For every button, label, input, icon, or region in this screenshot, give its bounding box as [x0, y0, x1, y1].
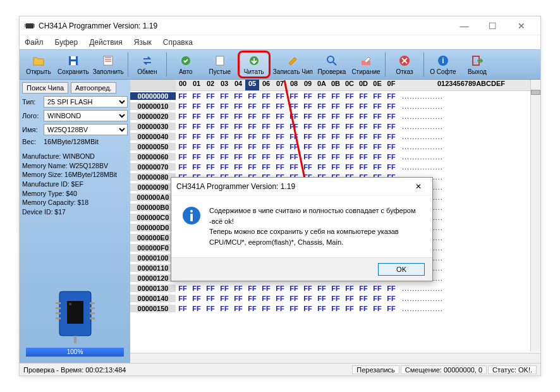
status-offset: Смещение: 00000000, 0: [401, 365, 487, 374]
info-icon: [181, 205, 202, 226]
chip-diagram: 100%: [22, 285, 128, 360]
read-icon: [248, 54, 260, 67]
maximize-button[interactable]: ☐: [478, 17, 507, 35]
progress-bar: 100%: [26, 348, 124, 357]
chip-icon: [53, 288, 97, 345]
app-icon: [25, 21, 35, 31]
logo-select[interactable]: WINBOND: [44, 110, 128, 121]
svg-rect-5: [33, 25, 35, 26]
chip-info: Manufacture: WINBONDMemory Name: W25Q128…: [22, 152, 128, 217]
tool-erase-button[interactable]: Стирание: [350, 51, 382, 78]
svg-point-33: [190, 210, 193, 212]
statusbar: Проверка - Время: 00:02:13:484 Перезапис…: [20, 363, 540, 376]
tool-blank-button[interactable]: Пустые: [204, 51, 236, 78]
svg-rect-2: [25, 25, 26, 26]
hex-header: 000102030405060708090A0B0C0D0E0F 0123456…: [130, 80, 540, 91]
status-time: Проверка - Время: 00:02:13:484: [23, 366, 352, 374]
window-title: CH341A Programmer Version: 1.19: [39, 21, 450, 30]
tool-cancel-button[interactable]: Отказ: [388, 51, 421, 78]
fill-icon: [102, 54, 114, 67]
menu-actions[interactable]: Действия: [89, 38, 123, 47]
info-dialog: CH341A Programmer Version: 1.19 ✕ Содерж…: [171, 177, 433, 281]
about-icon: i: [437, 54, 449, 67]
svg-rect-26: [56, 317, 61, 319]
folder-icon: [32, 54, 45, 67]
dialog-ok-button[interactable]: OK: [378, 263, 425, 276]
svg-rect-23: [56, 302, 61, 304]
tool-save-button[interactable]: Сохранить: [56, 51, 90, 78]
menu-language[interactable]: Язык: [134, 38, 152, 47]
svg-rect-24: [56, 307, 61, 309]
minimize-button[interactable]: —: [450, 17, 478, 35]
svg-rect-6: [33, 27, 35, 27]
menu-buffer[interactable]: Буфер: [55, 38, 78, 47]
status-rewrite: Перезапись: [352, 365, 399, 374]
svg-point-14: [327, 56, 334, 63]
titlebar: CH341A Programmer Version: 1.19 — ☐ ✕: [20, 16, 540, 35]
svg-rect-31: [74, 336, 76, 343]
menubar: Файл Буфер Действия Язык Справка: [20, 35, 540, 49]
sidebar: Поиск Чипа Автоопред. Тип: 25 SPI FLASH …: [20, 80, 130, 363]
name-label: Имя:: [22, 126, 41, 133]
svg-rect-34: [190, 214, 193, 221]
status-state: Статус: OK!.: [488, 365, 537, 374]
tool-verify-button[interactable]: Проверка: [315, 51, 348, 78]
cancel-icon: [398, 54, 411, 67]
dialog-message: Содержимое в чипе считано и полностью со…: [209, 205, 422, 247]
menu-help[interactable]: Справка: [163, 38, 193, 47]
svg-rect-4: [33, 24, 35, 25]
svg-point-22: [69, 303, 71, 305]
auto-icon: [180, 54, 192, 67]
tool-read-button[interactable]: Читать: [238, 51, 271, 78]
tool-write-button[interactable]: Записать Чип: [272, 51, 314, 78]
tool-auto-button[interactable]: Авто: [169, 51, 202, 78]
tool-swap-button[interactable]: Обмен: [131, 51, 164, 78]
svg-rect-30: [90, 317, 95, 319]
svg-rect-25: [56, 312, 61, 314]
tool-about-button[interactable]: iО Софте: [427, 51, 460, 78]
write-icon: [286, 54, 299, 67]
tool-folder-button[interactable]: Открыть: [22, 51, 55, 78]
size-label: Вес:: [22, 138, 41, 145]
scrollbar-horizontal[interactable]: [130, 353, 540, 363]
swap-icon: [141, 54, 154, 67]
svg-rect-28: [90, 307, 95, 309]
close-button[interactable]: ✕: [507, 17, 535, 35]
size-value: 16MByte/128MBit: [44, 138, 99, 145]
save-icon: [67, 54, 80, 67]
svg-rect-3: [25, 27, 26, 27]
svg-rect-0: [26, 23, 33, 28]
type-select[interactable]: 25 SPI FLASH: [44, 96, 128, 107]
tool-exit-button[interactable]: Выход: [461, 51, 494, 78]
svg-rect-12: [216, 56, 224, 65]
search-chip-button[interactable]: Поиск Чипа: [22, 82, 68, 94]
logo-label: Лого:: [22, 112, 41, 119]
dialog-title: CH341A Programmer Version: 1.19: [176, 182, 410, 191]
erase-icon: [360, 54, 372, 67]
verify-icon: [326, 54, 338, 67]
menu-file[interactable]: Файл: [25, 38, 44, 47]
scrollbar-vertical[interactable]: [530, 80, 540, 352]
tool-fill-button[interactable]: Заполнить: [92, 51, 125, 78]
svg-text:i: i: [442, 56, 444, 65]
exit-icon: [471, 54, 484, 67]
name-select[interactable]: W25Q128BV: [44, 124, 128, 135]
svg-rect-8: [71, 56, 76, 59]
toolbar: ОткрытьСохранитьЗаполнитьОбменАвтоПустые…: [20, 49, 540, 80]
dialog-close-button[interactable]: ✕: [410, 178, 427, 195]
svg-rect-29: [90, 312, 95, 314]
svg-rect-1: [25, 24, 26, 25]
svg-rect-9: [71, 61, 76, 65]
blank-icon: [214, 54, 226, 67]
svg-rect-27: [90, 302, 95, 304]
autodetect-button[interactable]: Автоопред.: [71, 82, 116, 94]
type-label: Тип:: [22, 98, 41, 106]
